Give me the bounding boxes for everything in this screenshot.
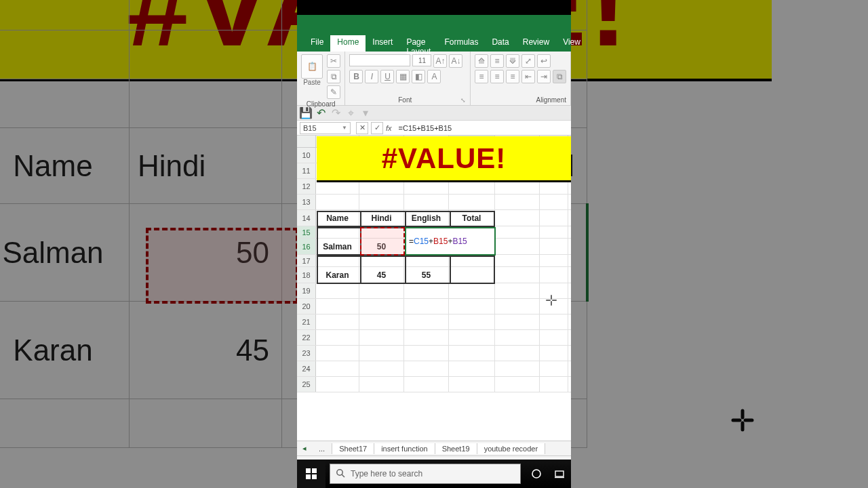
cancel-entry-icon[interactable]: ✕	[356, 122, 368, 134]
svg-rect-7	[555, 471, 564, 476]
value-error-banner: #VALUE!	[317, 136, 571, 182]
task-view-icon[interactable]	[548, 460, 571, 488]
sheet-tab-youtube-recoder[interactable]: youtube recoder	[477, 443, 546, 454]
salman-hindi[interactable]: 50	[359, 239, 404, 254]
worksheet[interactable]: A B C D E F 10 11 12 13 14 Name Hindi En…	[297, 136, 571, 441]
format-painter-icon[interactable]: ✎	[327, 85, 340, 99]
underline-button[interactable]: U	[380, 70, 394, 83]
tab-review[interactable]: Review	[516, 35, 556, 52]
row-17[interactable]: 17	[297, 255, 316, 266]
quick-access-toolbar: 💾 ↶ ↷ ⌖ ▾	[297, 106, 571, 121]
orientation-icon[interactable]: ⤢	[521, 54, 535, 68]
tab-insert[interactable]: Insert	[366, 35, 399, 52]
ribbon: 📋 Paste ✂ ⧉ ✎ Clipboard 11 A↑	[297, 52, 571, 106]
fill-color-button[interactable]: ◧	[412, 70, 425, 83]
decrease-indent-icon[interactable]: ⇤	[521, 70, 535, 83]
hdr-total[interactable]: Total	[449, 210, 495, 226]
row-18[interactable]: 18	[297, 267, 316, 283]
formula-bar: B15 ▼ ✕ ✓ fx =C15+B15+B15	[297, 121, 571, 136]
row-13[interactable]: 13	[297, 195, 316, 209]
row-23[interactable]: 23	[297, 346, 316, 361]
sheet-nav-prev-icon[interactable]: ◂	[297, 444, 312, 453]
salman-name[interactable]: Salman	[316, 239, 359, 254]
sheet-tab-more[interactable]: ...	[312, 443, 332, 454]
karan-hindi[interactable]: 45	[359, 267, 404, 283]
row-24[interactable]: 24	[297, 361, 316, 376]
karan-english[interactable]: 55	[404, 267, 449, 283]
formula-part-plus1: +	[429, 237, 433, 246]
font-group-label: Font	[398, 95, 412, 104]
align-bottom-icon[interactable]: ⟱	[506, 54, 519, 68]
font-color-button[interactable]: A	[427, 70, 441, 83]
touch-mode-icon[interactable]: ⌖	[346, 108, 355, 118]
undo-icon[interactable]: ↶	[316, 108, 326, 118]
merge-center-icon[interactable]: ⧉	[553, 70, 566, 83]
sheet-tab-insert-function[interactable]: insert function	[374, 443, 435, 454]
tab-page-layout[interactable]: Page Layout	[399, 35, 437, 52]
cell-A15[interactable]	[316, 226, 359, 238]
karan-total[interactable]	[449, 267, 495, 283]
fx-icon[interactable]: fx	[386, 124, 392, 132]
row-21[interactable]: 21	[297, 314, 316, 329]
align-left-icon[interactable]: ≡	[475, 70, 488, 83]
save-icon[interactable]: 💾	[301, 108, 311, 118]
borders-button[interactable]: ▦	[396, 70, 410, 83]
cut-icon[interactable]: ✂	[327, 54, 340, 68]
tab-file[interactable]: File	[304, 35, 330, 52]
formula-input[interactable]: =C15+B15+B15	[396, 124, 571, 132]
align-right-icon[interactable]: ≡	[506, 70, 519, 83]
name-box-dropdown-icon[interactable]: ▼	[342, 125, 347, 131]
tab-formulas[interactable]: Formulas	[437, 35, 485, 52]
editing-cell-D15[interactable]: =C15+B15+B15	[405, 227, 496, 256]
row-15[interactable]: 15	[297, 226, 316, 238]
tab-home[interactable]: Home	[330, 35, 366, 52]
redo-icon[interactable]: ↷	[331, 108, 340, 118]
qat-customize-icon[interactable]: ▾	[361, 108, 370, 118]
italic-button[interactable]: I	[365, 70, 378, 83]
karan-name[interactable]: Karan	[316, 267, 359, 283]
enter-entry-icon[interactable]: ✓	[371, 122, 383, 134]
align-top-icon[interactable]: ⟰	[475, 54, 488, 68]
row-20[interactable]: 20	[297, 299, 316, 314]
bold-button[interactable]: B	[349, 70, 363, 83]
align-middle-icon[interactable]: ≡	[490, 54, 504, 68]
svg-point-6	[532, 470, 540, 478]
row-10[interactable]: 10	[297, 148, 316, 163]
row-14[interactable]: 14	[297, 210, 316, 226]
cell-B15[interactable]	[359, 226, 404, 238]
svg-line-5	[342, 474, 344, 477]
sheet-tab-sheet19[interactable]: Sheet19	[435, 443, 477, 454]
tab-data[interactable]: Data	[485, 35, 515, 52]
font-name-combo[interactable]	[349, 54, 410, 66]
title-bar	[297, 15, 571, 35]
svg-rect-2	[306, 474, 311, 479]
start-button[interactable]	[297, 460, 326, 488]
name-box-value: B15	[303, 124, 317, 132]
bg-karan-name: Karan	[0, 302, 130, 399]
row-25[interactable]: 25	[297, 377, 316, 392]
font-dialog-launcher-icon[interactable]: ⤡	[460, 97, 466, 104]
bg-salman-name: Salman	[0, 204, 130, 302]
hdr-english[interactable]: English	[404, 210, 449, 226]
cortana-icon[interactable]	[525, 460, 548, 488]
wrap-text-icon[interactable]: ↩	[537, 54, 551, 68]
increase-font-icon[interactable]: A↑	[433, 54, 447, 68]
row-12[interactable]: 12	[297, 179, 316, 194]
row-11[interactable]: 11	[297, 163, 316, 178]
align-center-icon[interactable]: ≡	[490, 70, 504, 83]
row-22[interactable]: 22	[297, 330, 316, 345]
increase-indent-icon[interactable]: ⇥	[537, 70, 551, 83]
row-19[interactable]: 19	[297, 283, 316, 298]
name-box[interactable]: B15 ▼	[300, 122, 351, 134]
hdr-hindi[interactable]: Hindi	[359, 210, 404, 226]
decrease-font-icon[interactable]: A↓	[449, 54, 462, 68]
tab-view[interactable]: View	[556, 35, 587, 52]
select-all-corner[interactable]	[297, 136, 316, 147]
font-size-combo[interactable]: 11	[412, 54, 431, 66]
copy-icon[interactable]: ⧉	[327, 70, 340, 83]
row-16[interactable]: 16	[297, 239, 316, 254]
sheet-tab-sheet17[interactable]: Sheet17	[332, 443, 374, 454]
taskbar-search[interactable]: Type here to search	[330, 464, 521, 484]
paste-icon[interactable]: 📋	[301, 54, 323, 79]
hdr-name[interactable]: Name	[316, 210, 359, 226]
